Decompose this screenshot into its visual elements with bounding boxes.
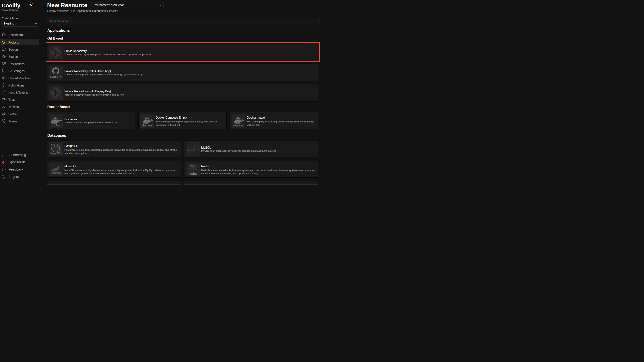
svg-text:docker: docker (142, 124, 152, 127)
svg-text:PostgreSQL: PostgreSQL (50, 152, 62, 155)
svg-text:MariaDB: MariaDB (51, 171, 61, 174)
svg-text:docker: docker (51, 124, 61, 127)
svg-text:docker: docker (233, 124, 244, 127)
svg-text:GitHub: GitHub (50, 75, 62, 79)
svg-text:MySQL: MySQL (186, 149, 196, 152)
svg-text:redis: redis (188, 171, 197, 176)
